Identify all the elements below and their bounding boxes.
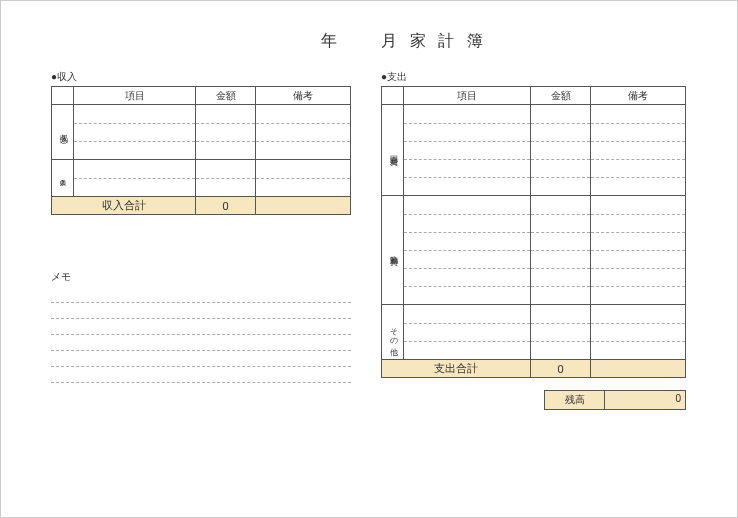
kakeibo-sheet: 年 月 家 計 簿 ●収入 項目 金額 備考 収入①	[0, 0, 738, 518]
income-header-item: 項目	[74, 87, 196, 105]
balance-box: 残高 0	[544, 390, 686, 410]
page-title: 年 月 家 計 簿	[51, 31, 697, 52]
expense-header-amount: 金額	[531, 87, 591, 105]
memo-line[interactable]	[51, 303, 351, 319]
expense-g2-amount[interactable]	[531, 196, 591, 305]
income-header-note: 備考	[256, 87, 351, 105]
right-column: ●支出 項目 金額 備考 固定費 流動費	[381, 70, 686, 410]
income-section-label: ●収入	[51, 70, 351, 84]
content-columns: ●収入 項目 金額 備考 収入① 収入②	[51, 70, 697, 410]
expense-header-note: 備考	[591, 87, 686, 105]
expense-g3-amount[interactable]	[531, 305, 591, 360]
income-header-amount: 金額	[196, 87, 256, 105]
expense-g3-note[interactable]	[591, 305, 686, 360]
income-header-row: 項目 金額 備考	[52, 87, 351, 105]
memo-line[interactable]	[51, 351, 351, 367]
income-g1-amount[interactable]	[196, 105, 256, 160]
income-total-amount: 0	[196, 197, 256, 215]
expense-header-blank	[382, 87, 404, 105]
expense-table: 項目 金額 備考 固定費 流動費 その他	[381, 86, 686, 378]
expense-section-label: ●支出	[381, 70, 686, 84]
expense-total-label: 支出合計	[382, 360, 531, 378]
expense-g1-note[interactable]	[591, 105, 686, 196]
expense-g3-item[interactable]	[404, 305, 531, 360]
balance-row: 残高 0	[381, 390, 686, 410]
income-table: 項目 金額 備考 収入① 収入② 収入合計	[51, 86, 351, 215]
expense-g1-item[interactable]	[404, 105, 531, 196]
income-g2-item[interactable]	[74, 160, 196, 197]
expense-group2-label: 流動費	[382, 196, 404, 305]
income-g2-note[interactable]	[256, 160, 351, 197]
income-total-row: 収入合計 0	[52, 197, 351, 215]
memo-label: メモ	[51, 270, 351, 284]
expense-g2-note[interactable]	[591, 196, 686, 305]
expense-group-fixed: 固定費	[382, 105, 686, 196]
income-group1-label: 収入①	[52, 105, 74, 160]
income-group-1: 収入①	[52, 105, 351, 160]
expense-g1-amount[interactable]	[531, 105, 591, 196]
income-total-note	[256, 197, 351, 215]
left-column: ●収入 項目 金額 備考 収入① 収入②	[51, 70, 351, 410]
memo-line[interactable]	[51, 287, 351, 303]
balance-amount: 0	[605, 391, 685, 409]
memo-block: メモ	[51, 270, 351, 383]
expense-total-row: 支出合計 0	[382, 360, 686, 378]
expense-group-variable: 流動費	[382, 196, 686, 305]
balance-label: 残高	[545, 391, 605, 409]
memo-line[interactable]	[51, 319, 351, 335]
income-g1-note[interactable]	[256, 105, 351, 160]
income-group-2: 収入②	[52, 160, 351, 197]
expense-group3-label: その他	[382, 305, 404, 360]
memo-line[interactable]	[51, 367, 351, 383]
income-g2-amount[interactable]	[196, 160, 256, 197]
memo-line[interactable]	[51, 335, 351, 351]
income-group2-label: 収入②	[52, 160, 74, 197]
income-total-label: 収入合計	[52, 197, 196, 215]
expense-header-row: 項目 金額 備考	[382, 87, 686, 105]
expense-total-amount: 0	[531, 360, 591, 378]
income-header-blank	[52, 87, 74, 105]
income-g1-item[interactable]	[74, 105, 196, 160]
expense-total-note	[591, 360, 686, 378]
expense-group-other: その他	[382, 305, 686, 360]
expense-g2-item[interactable]	[404, 196, 531, 305]
expense-header-item: 項目	[404, 87, 531, 105]
expense-group1-label: 固定費	[382, 105, 404, 196]
